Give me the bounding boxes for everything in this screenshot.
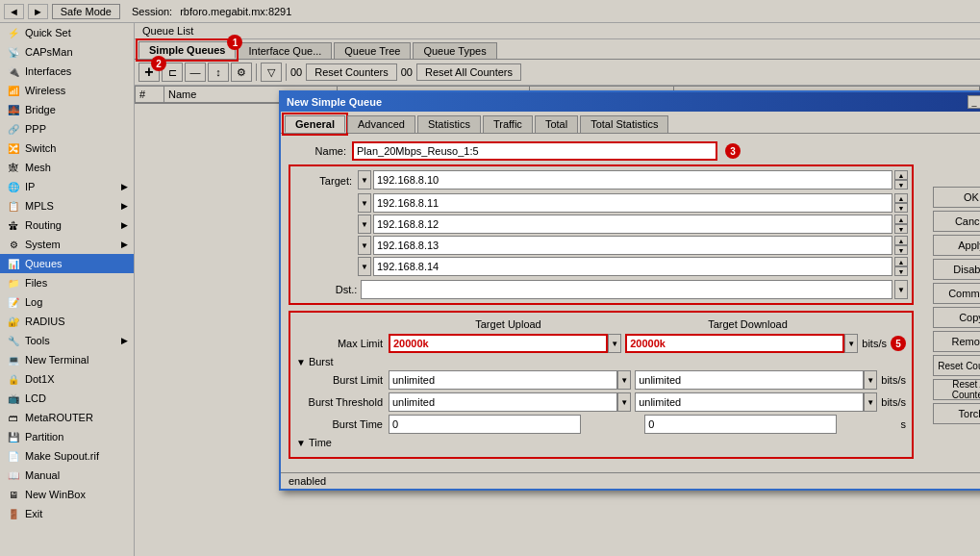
sidebar-item-routing[interactable]: 🛣 Routing ▶ <box>0 215 134 235</box>
disable-button[interactable]: Disab... 4 <box>933 259 980 280</box>
target-up-2[interactable]: ▲ <box>894 215 908 224</box>
burst-triangle-icon[interactable]: ▼ <box>296 357 306 367</box>
copy-button[interactable]: Copy <box>933 307 980 328</box>
target-down-4[interactable]: ▼ <box>894 266 908 276</box>
upload-max-input[interactable] <box>389 334 608 353</box>
sidebar-item-new-winbox[interactable]: 🖥 New WinBox <box>0 485 134 504</box>
burst-limit-download-input[interactable] <box>635 370 864 390</box>
ok-button[interactable]: OK <box>933 187 980 208</box>
copy-label: Copy <box>959 312 980 323</box>
sidebar-item-mesh[interactable]: 🕸 Mesh <box>0 158 134 177</box>
sidebar-item-queues[interactable]: 📊 Queues <box>0 254 134 273</box>
burst-threshold-download-input[interactable] <box>635 392 864 412</box>
burst-threshold-upload-dropdown[interactable]: ▼ <box>617 392 631 412</box>
sidebar-item-lcd[interactable]: 📺 LCD <box>0 389 134 408</box>
apply-button[interactable]: Apply <box>933 235 980 256</box>
sidebar-item-interfaces[interactable]: 🔌 Interfaces <box>0 62 134 81</box>
sidebar-item-capsman[interactable]: 📡 CAPsMan <box>0 42 134 62</box>
target-input-3[interactable] <box>373 236 892 255</box>
torch-button[interactable]: Torch <box>933 403 980 424</box>
dialog-minimize-button[interactable]: _ <box>967 95 980 109</box>
dst-dropdown[interactable]: ▼ <box>894 280 908 299</box>
sidebar-item-quickset[interactable]: ⚡ Quick Set <box>0 23 134 42</box>
tab-queue-tree[interactable]: Queue Tree <box>334 42 411 59</box>
burst-time-upload-input[interactable] <box>389 415 581 434</box>
sidebar-item-dot1x[interactable]: 🔒 Dot1X <box>0 369 134 389</box>
target-dropdown-0[interactable]: ▼ <box>358 170 371 190</box>
sidebar-item-new-terminal[interactable]: 💻 New Terminal <box>0 350 134 369</box>
dst-input[interactable] <box>361 280 892 299</box>
dialog-tab-general[interactable]: General <box>285 115 345 133</box>
time-toggle[interactable]: ▼ Time <box>296 437 906 448</box>
target-up-3[interactable]: ▲ <box>894 236 908 245</box>
target-input-0[interactable] <box>373 170 892 190</box>
target-dropdown-2[interactable]: ▼ <box>358 215 371 234</box>
reset-counters-button[interactable]: Reset Counters <box>306 63 396 81</box>
target-up-4[interactable]: ▲ <box>894 257 908 266</box>
burst-limit-upload-dropdown[interactable]: ▼ <box>617 370 631 390</box>
mpls-arrow-icon: ▶ <box>121 201 128 211</box>
target-down-0[interactable]: ▼ <box>894 180 908 190</box>
sidebar-item-metarouter[interactable]: 🗃 MetaROUTER <box>0 408 134 427</box>
reset-all-counters-dialog-button[interactable]: Reset All Counters <box>933 379 980 400</box>
burst-limit-upload-input[interactable] <box>389 370 617 390</box>
settings-toolbar-button[interactable]: ⚙ <box>231 63 252 82</box>
reset-counters-dialog-button[interactable]: Reset Counters <box>933 355 980 376</box>
target-down-2[interactable]: ▼ <box>894 224 908 234</box>
dialog-tab-total[interactable]: Total <box>535 115 578 133</box>
target-input-1[interactable] <box>373 193 892 213</box>
sidebar-item-bridge[interactable]: 🌉 Bridge <box>0 100 134 119</box>
sidebar-item-switch[interactable]: 🔀 Switch <box>0 139 134 158</box>
burst-threshold-upload-input[interactable] <box>389 392 617 412</box>
sidebar-item-partition[interactable]: 💾 Partition <box>0 427 134 446</box>
dialog-tab-traffic[interactable]: Traffic <box>483 115 533 133</box>
name-input[interactable] <box>352 141 717 161</box>
sidebar-item-files[interactable]: 📁 Files <box>0 273 134 292</box>
cancel-button[interactable]: Cancel <box>933 211 980 232</box>
tab-simple-queues[interactable]: Simple Queues 1 <box>138 41 236 59</box>
add-button[interactable]: + 2 <box>138 63 160 82</box>
dialog-tab-advanced[interactable]: Advanced <box>347 115 415 133</box>
burst-limit-download-dropdown[interactable]: ▼ <box>864 370 877 390</box>
filter-button[interactable]: ▽ <box>261 63 282 82</box>
target-up-0[interactable]: ▲ <box>894 170 908 180</box>
sidebar-item-exit[interactable]: 🚪 Exit <box>0 504 134 523</box>
sidebar-item-make-supout[interactable]: 📄 Make Supout.rif <box>0 446 134 466</box>
sidebar-item-radius[interactable]: 🔐 RADIUS <box>0 312 134 331</box>
target-down-1[interactable]: ▼ <box>894 203 908 213</box>
dialog-tab-statistics[interactable]: Statistics <box>417 115 481 133</box>
target-up-1[interactable]: ▲ <box>894 193 908 203</box>
delete-toolbar-button[interactable]: — <box>185 63 206 82</box>
sidebar-item-wireless[interactable]: 📶 Wireless <box>0 81 134 100</box>
time-triangle-icon[interactable]: ▼ <box>296 438 306 448</box>
tab-queue-types[interactable]: Queue Types <box>413 42 496 59</box>
target-input-4[interactable] <box>373 257 892 276</box>
sidebar-item-tools[interactable]: 🔧 Tools ▶ <box>0 331 134 350</box>
sidebar-item-system[interactable]: ⚙ System ▶ <box>0 235 134 254</box>
target-dropdown-4[interactable]: ▼ <box>358 257 371 276</box>
sidebar-item-log[interactable]: 📝 Log <box>0 292 134 312</box>
nav-fwd-button[interactable]: ► <box>28 4 48 19</box>
move-toolbar-button[interactable]: ↕ <box>208 63 229 82</box>
dialog-tab-total-statistics[interactable]: Total Statistics <box>580 115 668 133</box>
sidebar-item-manual[interactable]: 📖 Manual <box>0 466 134 485</box>
burst-threshold-download-dropdown[interactable]: ▼ <box>864 392 877 412</box>
target-down-3[interactable]: ▼ <box>894 245 908 255</box>
safe-mode-button[interactable]: Safe Mode <box>52 4 120 19</box>
nav-back-button[interactable]: ◄ <box>4 4 24 19</box>
sidebar-item-mpls[interactable]: 📋 MPLS ▶ <box>0 196 134 215</box>
sidebar-item-ppp[interactable]: 🔗 PPP <box>0 119 134 139</box>
comment-button[interactable]: Comment <box>933 283 980 304</box>
remove-button[interactable]: Remove <box>933 331 980 352</box>
target-input-2[interactable] <box>373 215 892 234</box>
upload-max-dropdown[interactable]: ▼ <box>608 334 621 353</box>
download-max-input[interactable] <box>625 334 844 353</box>
download-max-dropdown[interactable]: ▼ <box>844 334 858 353</box>
tab-interface-queue[interactable]: Interface Que... <box>238 42 332 59</box>
reset-all-counters-button[interactable]: Reset All Counters <box>416 63 521 81</box>
target-dropdown-1[interactable]: ▼ <box>358 193 371 213</box>
target-dropdown-3[interactable]: ▼ <box>358 236 371 255</box>
sidebar-item-ip[interactable]: 🌐 IP ▶ <box>0 177 134 196</box>
burst-toggle[interactable]: ▼ Burst <box>296 356 906 367</box>
burst-time-download-input[interactable] <box>644 415 837 434</box>
